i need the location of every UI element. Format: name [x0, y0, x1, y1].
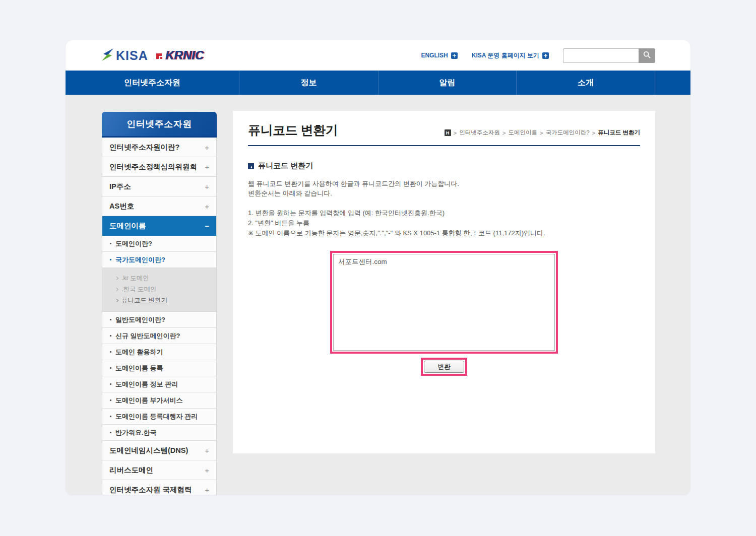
bullet-dot-icon	[110, 383, 111, 385]
sidebar-menu: 인터넷주소자원이란? + 인터넷주소정책심의위원회 + IP주소 + AS번호 …	[102, 138, 217, 495]
expand-plus-icon: +	[205, 446, 209, 455]
instruction-step2: 2. "변환" 버튼을 누름	[248, 218, 640, 228]
kisa-site-link[interactable]: KISA 운영 홈페이지 보기	[472, 51, 549, 60]
sidebar-item-policy-committee[interactable]: 인터넷주소정책심의위원회 +	[102, 157, 216, 177]
search-box	[563, 48, 655, 63]
button-highlight-box: 변환	[421, 358, 467, 376]
input-highlight-box: 서포트센터.com	[330, 251, 558, 354]
title-row: 퓨니코드 변환기 H > 인터넷주소자원 > 도메인이름 > 국가도메인이란? …	[248, 111, 640, 146]
plus-square-icon	[451, 52, 458, 59]
bullet-dot-icon	[110, 416, 111, 417]
sidebar-item-dns[interactable]: 도메인네임시스템(DNS) +	[102, 441, 216, 460]
sidebar-item-what-is-domain[interactable]: 도메인이란?	[102, 236, 216, 252]
punycode-input-textarea[interactable]: 서포트센터.com	[333, 254, 555, 351]
krnic-logo-text: KRNIC	[165, 49, 204, 61]
search-button[interactable]	[639, 48, 655, 63]
bullet-dot-icon	[110, 319, 111, 320]
chevron-right-icon	[115, 298, 118, 302]
bullet-dot-icon	[110, 335, 111, 337]
sidebar-item-domain-extra-services[interactable]: 도메인이름 부가서비스	[102, 392, 216, 409]
header-utilities: ENGLISH KISA 운영 홈페이지 보기	[421, 48, 655, 63]
krnic-logo[interactable]: KRNIC	[156, 49, 204, 61]
sidebar-item-what-is-internet-address[interactable]: 인터넷주소자원이란? +	[102, 138, 216, 157]
section-heading: 퓨니코드 변환기	[248, 161, 640, 171]
expand-plus-icon: +	[205, 486, 209, 494]
logo-group: KISA KRNIC	[101, 48, 204, 63]
kisa-logo[interactable]: KISA	[101, 48, 148, 63]
sidebar-item-as-number[interactable]: AS번호 +	[102, 196, 216, 216]
description-line2: 변환순서는 아래와 같습니다.	[248, 189, 640, 198]
content-area: 인터넷주소자원 인터넷주소자원이란? + 인터넷주소정책심의위원회 + IP주소…	[66, 95, 690, 495]
sidebar-item-domain-info-management[interactable]: 도메인이름 정보 관리	[102, 376, 216, 392]
expand-plus-icon: +	[205, 182, 209, 191]
page-title: 퓨니코드 변환기	[248, 122, 338, 139]
sidebar-item-domain-registration[interactable]: 도메인이름 등록	[102, 360, 216, 376]
description-line1: 웹 퓨니코드 변환기를 사용하여 한글과 퓨니코드간의 변환이 가능합니다.	[248, 179, 640, 189]
english-link-label: ENGLISH	[421, 52, 448, 59]
sidebar-item-hanguk-domain[interactable]: .한국 도메인	[102, 284, 216, 295]
sidebar-item-registrar-management[interactable]: 도메인이름 등록대행자 관리	[102, 409, 216, 425]
bullet-dot-icon	[110, 367, 111, 369]
convert-button[interactable]: 변환	[424, 361, 464, 373]
main-navigation: 인터넷주소자원 정보 알림 소개	[66, 71, 690, 95]
sidebar-item-kr-domain[interactable]: .kr 도메인	[102, 273, 216, 284]
bullet-dot-icon	[110, 399, 111, 401]
english-link[interactable]: ENGLISH	[421, 52, 457, 59]
bullet-dot-icon	[110, 243, 111, 244]
main-panel: 퓨니코드 변환기 H > 인터넷주소자원 > 도메인이름 > 국가도메인이란? …	[233, 111, 655, 453]
description: 웹 퓨니코드 변환기를 사용하여 한글과 퓨니코드간의 변환이 가능합니다. 변…	[248, 179, 640, 198]
search-icon	[643, 51, 651, 60]
search-input[interactable]	[563, 48, 639, 63]
chevron-right-icon	[115, 276, 118, 280]
sidebar-item-ip-address[interactable]: IP주소 +	[102, 177, 216, 196]
section-title: 퓨니코드 변환기	[258, 161, 313, 171]
nav-item-about[interactable]: 소개	[517, 71, 655, 95]
top-header: KISA KRNIC ENGLISH KISA 운영 홈페이지 보기	[66, 40, 690, 71]
home-icon[interactable]: H	[445, 129, 451, 136]
section-bullet-icon	[248, 163, 254, 169]
breadcrumb: H > 인터넷주소자원 > 도메인이름 > 국가도메인이란? > 퓨니코드 변환…	[445, 129, 640, 139]
nav-item-notice[interactable]: 알림	[379, 71, 517, 95]
page-card: KISA KRNIC ENGLISH KISA 운영 홈페이지 보기	[66, 40, 690, 495]
expand-plus-icon: +	[205, 202, 209, 211]
breadcrumb-item[interactable]: 도메인이름	[508, 129, 537, 137]
sidebar-item-what-is-cctld[interactable]: 국가도메인이란?	[102, 252, 216, 268]
sidebar-item-use-domain[interactable]: 도메인 활용하기	[102, 344, 216, 360]
plus-square-icon	[542, 52, 549, 59]
sidebar-title: 인터넷주소자원	[102, 112, 217, 138]
nav-item-info[interactable]: 정보	[239, 71, 379, 95]
kisa-site-link-label: KISA 운영 홈페이지 보기	[472, 51, 539, 60]
sidebar-item-welcome-hanguk[interactable]: 반가워요.한국	[102, 425, 216, 441]
bullet-dot-icon	[110, 259, 111, 260]
bullet-dot-icon	[110, 432, 111, 433]
kisa-mark-icon	[101, 48, 114, 63]
nav-item-internet-address[interactable]: 인터넷주소자원	[66, 71, 239, 95]
expand-plus-icon: +	[205, 466, 209, 475]
expand-plus-icon: +	[205, 163, 209, 171]
breadcrumb-item[interactable]: 국가도메인이란?	[546, 129, 590, 137]
sidebar-item-reverse-domain[interactable]: 리버스도메인 +	[102, 460, 216, 480]
breadcrumb-current: 퓨니코드 변환기	[598, 129, 640, 137]
sidebar-item-what-is-gtld[interactable]: 일반도메인이란?	[102, 312, 216, 328]
instruction-step1: 1. 변환을 원하는 문자를 입력창에 입력 (예: 한국인터넷진흥원.한국)	[248, 208, 640, 218]
expand-plus-icon: +	[205, 143, 209, 152]
kisa-logo-text: KISA	[116, 48, 148, 63]
chevron-right-icon	[115, 287, 118, 291]
sidebar-item-international-cooperation[interactable]: 인터넷주소자원 국제협력 +	[102, 480, 216, 495]
collapse-minus-icon: −	[205, 222, 209, 230]
instruction-note: ※ 도메인 이름으로 가능한 문자는 영문,숫자,".","-" 와 KS X …	[248, 228, 640, 238]
krnic-mark-icon	[156, 51, 164, 61]
breadcrumb-item[interactable]: 인터넷주소자원	[459, 129, 500, 137]
nav-filler	[655, 71, 690, 95]
instructions: 1. 변환을 원하는 문자를 입력창에 입력 (예: 한국인터넷진흥원.한국) …	[248, 208, 640, 238]
sidebar-submenu: .kr 도메인 .한국 도메인 퓨니코드 변환기	[102, 268, 216, 312]
sidebar-item-new-gtld[interactable]: 신규 일반도메인이란?	[102, 328, 216, 344]
sidebar: 인터넷주소자원 인터넷주소자원이란? + 인터넷주소정책심의위원회 + IP주소…	[102, 112, 217, 495]
sidebar-item-domain-name[interactable]: 도메인이름 −	[102, 216, 216, 236]
sidebar-item-punycode-converter[interactable]: 퓨니코드 변환기	[102, 295, 216, 306]
bullet-dot-icon	[110, 351, 111, 353]
